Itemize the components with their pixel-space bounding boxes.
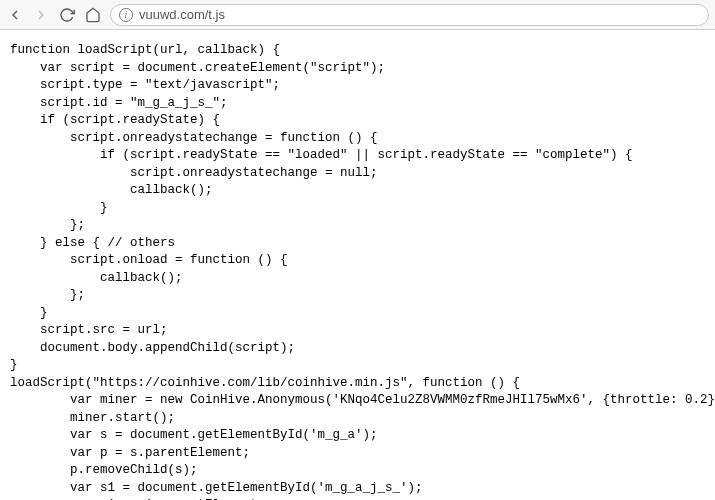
back-button[interactable] (6, 6, 24, 24)
site-info-icon[interactable]: i (119, 8, 133, 22)
url-text: vuuwd.com/t.js (139, 7, 700, 22)
browser-toolbar: i vuuwd.com/t.js (0, 0, 715, 30)
forward-button[interactable] (32, 6, 50, 24)
page-content-code: function loadScript(url, callback) { var… (0, 30, 715, 500)
home-button[interactable] (84, 6, 102, 24)
reload-button[interactable] (58, 6, 76, 24)
address-bar[interactable]: i vuuwd.com/t.js (110, 4, 709, 26)
